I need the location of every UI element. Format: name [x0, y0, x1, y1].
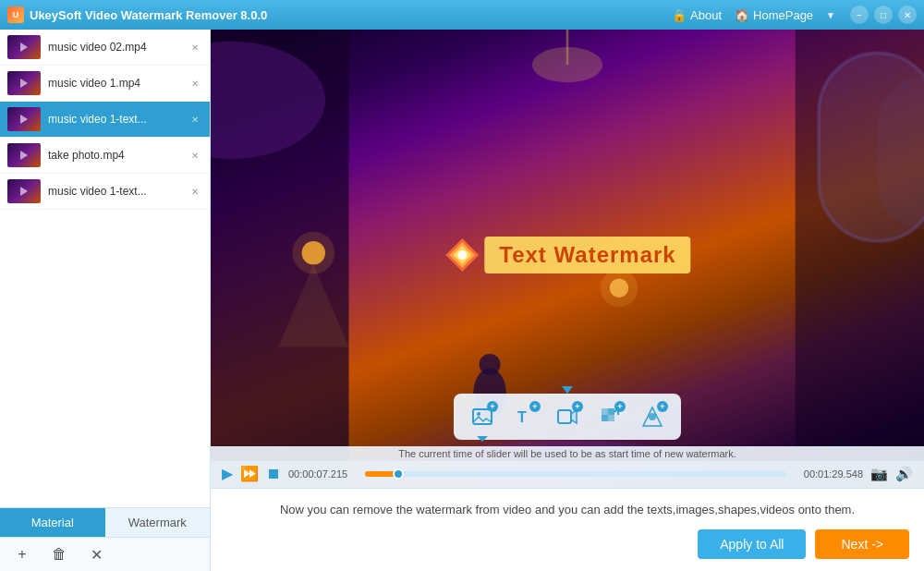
tab-material[interactable]: Material — [0, 508, 105, 537]
next-button[interactable]: Next -> — [815, 529, 909, 559]
plus-icon: + — [614, 401, 626, 412]
video-preview: Text Watermark + T — [211, 30, 924, 488]
sidebar-toolbar: + 🗑 ✕ — [0, 537, 210, 571]
about-label: About — [690, 8, 722, 22]
screenshot-button[interactable]: 📷 — [870, 466, 888, 482]
dropdown-nav[interactable]: ▼ — [826, 10, 835, 20]
progress-handle[interactable] — [393, 468, 404, 480]
file-list: music video 02.mp4 ✕ music video 1.mp4 ✕… — [0, 30, 210, 507]
lock-icon: 🔒 — [672, 8, 687, 22]
svg-rect-26 — [602, 415, 608, 421]
add-video-button[interactable]: + — [550, 399, 585, 434]
svg-text:T: T — [517, 409, 527, 425]
time-current: 00:00:07.215 — [288, 468, 358, 480]
file-thumbnail — [7, 143, 41, 167]
watermark-diamond-icon — [444, 237, 480, 273]
svg-marker-31 — [562, 386, 573, 394]
time-end: 00:01:29.548 — [794, 468, 863, 480]
file-thumbnail — [7, 179, 41, 203]
svg-rect-22 — [558, 410, 571, 423]
file-item[interactable]: music video 1-text... ✕ — [0, 174, 210, 210]
window-controls: − □ ✕ — [850, 6, 917, 24]
apply-to-all-button[interactable]: Apply to All — [698, 529, 806, 559]
file-name: music video 1-text... — [48, 185, 188, 198]
home-icon: 🏠 — [735, 8, 749, 22]
svg-rect-19 — [473, 409, 492, 424]
add-shape-button[interactable]: + — [635, 399, 670, 434]
file-name: music video 02.mp4 — [48, 41, 188, 54]
plus-icon: + — [657, 401, 668, 412]
file-name: music video 1-text... — [48, 113, 188, 126]
app-title: UkeySoft Video Watermark Remover 8.0.0 — [30, 8, 672, 22]
homepage-nav[interactable]: 🏠 HomePage — [735, 8, 813, 22]
file-thumbnail — [7, 35, 41, 59]
file-remove-button[interactable]: ✕ — [188, 40, 202, 55]
sidebar-tabs: Material Watermark — [0, 507, 210, 537]
file-remove-button[interactable]: ✕ — [188, 148, 202, 163]
file-remove-button[interactable]: ✕ — [188, 112, 202, 127]
file-remove-button[interactable]: ✕ — [188, 184, 202, 199]
file-name: music video 1.mp4 — [48, 77, 188, 90]
video-toolbar: + T + + — [454, 394, 681, 440]
step-forward-button[interactable]: ⏩ — [240, 465, 259, 482]
nav-items: 🔒 About 🏠 HomePage ▼ — [672, 8, 835, 22]
file-remove-button[interactable]: ✕ — [188, 76, 202, 91]
file-item[interactable]: take photo.mp4 ✕ — [0, 138, 210, 174]
bottom-panel: Now you can remove the watermark from vi… — [211, 488, 924, 571]
plus-icon: + — [487, 401, 498, 412]
svg-rect-25 — [608, 408, 614, 415]
file-thumbnail — [7, 107, 41, 131]
stop-button[interactable]: ⏹ — [266, 466, 281, 482]
bottom-actions: Apply to All Next -> — [211, 529, 924, 559]
svg-rect-27 — [608, 415, 614, 421]
player-controls: ▶ ⏩ ⏹ 00:00:07.215 00:01:29.548 📷 🔊 — [211, 461, 924, 488]
play-button[interactable]: ▶ — [222, 465, 233, 482]
file-item-active[interactable]: music video 1-text... ✕ — [0, 102, 210, 138]
about-nav[interactable]: 🔒 About — [672, 8, 722, 22]
minimize-button[interactable]: − — [850, 6, 869, 24]
svg-point-18 — [457, 250, 467, 260]
main-layout: music video 02.mp4 ✕ music video 1.mp4 ✕… — [0, 30, 924, 571]
svg-rect-24 — [602, 408, 608, 415]
add-text-button[interactable]: T + — [507, 399, 542, 434]
app-logo: U — [7, 6, 24, 23]
file-item[interactable]: music video 02.mp4 ✕ — [0, 30, 210, 66]
svg-point-20 — [477, 412, 480, 416]
maximize-button[interactable]: □ — [874, 6, 893, 24]
toolbar-indicator — [562, 381, 573, 397]
file-thumbnail — [7, 71, 41, 95]
add-image-button[interactable]: + — [465, 399, 500, 434]
tab-watermark[interactable]: Watermark — [105, 508, 211, 537]
file-item[interactable]: music video 1.mp4 ✕ — [0, 66, 210, 102]
add-file-button[interactable]: + — [11, 543, 33, 565]
dropdown-icon: ▼ — [826, 10, 835, 20]
watermark-display: Text Watermark — [444, 237, 690, 273]
watermark-text[interactable]: Text Watermark — [484, 237, 690, 273]
content-area: Text Watermark + T — [211, 30, 924, 571]
hint-text: The current time of slider will be used … — [211, 446, 924, 461]
delete-file-button[interactable]: 🗑 — [48, 543, 70, 565]
titlebar: U UkeySoft Video Watermark Remover 8.0.0… — [0, 0, 924, 30]
sidebar: music video 02.mp4 ✕ music video 1.mp4 ✕… — [0, 30, 211, 571]
homepage-label: HomePage — [753, 8, 813, 22]
remove-watermark-button[interactable]: + — [592, 399, 627, 434]
progress-bar[interactable] — [365, 471, 786, 477]
player-controls-wrapper: The current time of slider will be used … — [211, 446, 924, 488]
close-button[interactable]: ✕ — [898, 6, 917, 24]
plus-icon: + — [529, 401, 541, 412]
clear-files-button[interactable]: ✕ — [85, 543, 107, 565]
plus-icon: + — [572, 401, 583, 412]
file-name: take photo.mp4 — [48, 149, 188, 162]
info-text: Now you can remove the watermark from vi… — [211, 501, 924, 529]
volume-button[interactable]: 🔊 — [895, 466, 913, 482]
